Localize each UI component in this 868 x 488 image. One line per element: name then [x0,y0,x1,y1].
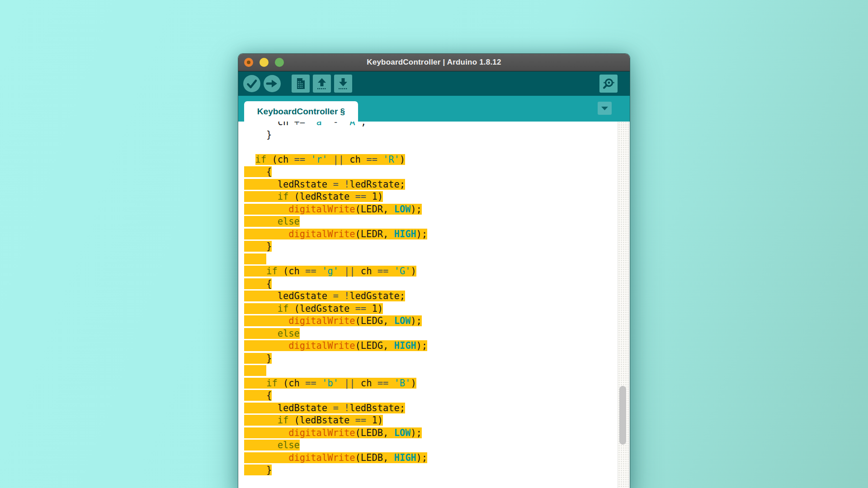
code-line [244,253,612,266]
chevron-down-icon [598,102,612,115]
code-line: if (ch == 'r' || ch == 'R') [244,154,612,166]
code-line: } [244,240,612,253]
code-line: { [244,166,612,178]
scrollbar-track[interactable] [618,122,629,488]
code-line: } [244,129,612,141]
code-line [244,141,612,154]
zoom-button[interactable] [275,58,284,67]
code-line: else [244,328,612,340]
code-line: { [244,389,612,402]
traffic-lights [244,54,284,71]
save-sketch-button[interactable] [334,75,352,93]
code-line: digitalWrite(LEDB, HIGH); [244,452,612,465]
code-line: } [244,352,612,365]
check-icon [243,75,261,93]
code-line: else [244,216,612,228]
scrollbar-thumb[interactable] [619,386,626,445]
close-button[interactable] [244,58,253,67]
magnifier-icon [599,75,618,93]
tab-keyboardcontroller[interactable]: KeyboardController § [244,101,358,122]
upload-button[interactable] [263,75,281,93]
code-line: ledRstate = !ledRstate; [244,178,612,191]
code-editor[interactable]: ch += 'a' - 'A'; } if (ch == 'r' || ch =… [238,122,630,488]
code-line: if (ch == 'b' || ch == 'B') [244,377,612,390]
code-line: digitalWrite(LEDR, HIGH); [244,228,612,241]
code-line [244,365,612,377]
arrow-down-icon [334,75,352,93]
code-line: } [244,464,612,477]
code-line: if (ledBstate == 1) [244,414,612,427]
arrow-right-icon [263,75,281,93]
code-line: ledGstate = !ledGstate; [244,290,612,303]
code-line: if (ch == 'g' || ch == 'G') [244,265,612,278]
code-line: if (ledGstate == 1) [244,303,612,315]
open-sketch-button[interactable] [313,75,331,93]
document-icon [292,75,310,93]
code-line: digitalWrite(LEDR, LOW); [244,203,612,216]
title-bar[interactable]: KeyboardController | Arduino 1.8.12 [238,54,630,71]
code-line: if (ledRstate == 1) [244,191,612,203]
code-line: ledBstate = !ledBstate; [244,402,612,415]
minimize-button[interactable] [259,58,269,67]
tab-menu-button[interactable] [598,102,612,115]
arrow-up-icon [313,75,331,93]
window-title: KeyboardController | Arduino 1.8.12 [238,58,630,67]
toolbar [238,71,630,96]
code-line: digitalWrite(LEDG, HIGH); [244,340,612,352]
tab-bar: KeyboardController § [238,96,630,122]
new-sketch-button[interactable] [292,75,310,93]
arduino-ide-window: KeyboardController | Arduino 1.8.12 [238,54,630,488]
serial-monitor-button[interactable] [599,75,618,93]
code-line: else [244,439,612,452]
tab-label: KeyboardController § [257,107,345,117]
code-line: digitalWrite(LEDB, LOW); [244,427,612,440]
code-area: ch += 'a' - 'A'; } if (ch == 'r' || ch =… [244,122,612,477]
verify-button[interactable] [243,75,261,93]
code-line: digitalWrite(LEDG, LOW); [244,315,612,328]
code-line: ch += 'a' - 'A'; [244,122,612,129]
code-line: { [244,278,612,291]
